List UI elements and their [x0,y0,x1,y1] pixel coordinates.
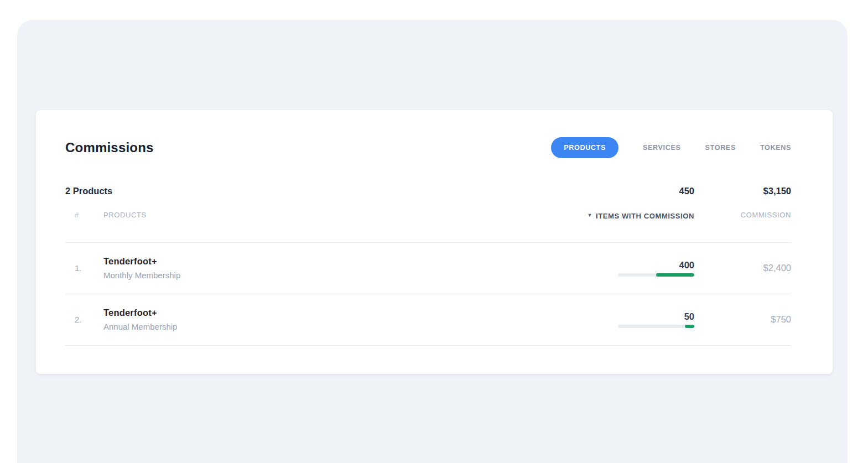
product-name: Tenderfoot+ [103,256,562,267]
tab-bar: PRODUCTS SERVICES STORES TOKENS [551,137,791,158]
tab-tokens[interactable]: TOKENS [760,144,791,152]
sort-descending-icon: ▼ [588,212,593,218]
column-header-commission: COMMISSION [694,211,791,219]
table-row[interactable]: 1. Tenderfoot+ Monthly Membership 400 $2… [65,243,791,294]
row-index: 1. [65,263,103,273]
tab-stores[interactable]: STORES [705,144,736,152]
product-count: 2 Products [65,186,562,196]
row-index: 2. [65,315,103,324]
card-header: Commissions PRODUCTS SERVICES STORES TOK… [65,137,791,158]
commissions-card: Commissions PRODUCTS SERVICES STORES TOK… [36,110,833,374]
tab-products[interactable]: PRODUCTS [551,137,618,158]
items-cell: 400 [562,260,694,277]
tab-services[interactable]: SERVICES [643,144,681,152]
column-header-items-sort[interactable]: ▼ ITEMS WITH COMMISSION [562,210,694,220]
background-panel: Commissions PRODUCTS SERVICES STORES TOK… [17,20,848,463]
items-value: 50 [684,311,694,322]
product-cell: Tenderfoot+ Monthly Membership [103,256,562,280]
total-items-value: 450 [562,186,694,196]
column-header-products: PRODUCTS [103,211,562,219]
items-progress-bar [618,325,694,328]
items-value: 400 [679,260,694,270]
commission-value: $2,400 [694,263,791,273]
product-subtitle: Annual Membership [103,322,562,331]
commission-value: $750 [694,314,791,325]
column-header-number: # [65,211,103,219]
product-name: Tenderfoot+ [103,308,562,318]
items-progress-fill [656,273,694,277]
summary-row: 2 Products 450 $3,150 [65,186,791,196]
page-title: Commissions [65,140,154,155]
items-cell: 50 [562,311,694,328]
total-commission-value: $3,150 [694,186,791,196]
product-subtitle: Monthly Membership [103,270,562,280]
column-header-items-label: ITEMS WITH COMMISSION [596,212,694,220]
items-progress-fill [685,325,694,328]
items-progress-bar [618,273,694,277]
table-row[interactable]: 2. Tenderfoot+ Annual Membership 50 $750 [65,294,791,346]
table-header-row: # PRODUCTS ▼ ITEMS WITH COMMISSION COMMI… [65,210,791,243]
product-cell: Tenderfoot+ Annual Membership [103,308,562,331]
